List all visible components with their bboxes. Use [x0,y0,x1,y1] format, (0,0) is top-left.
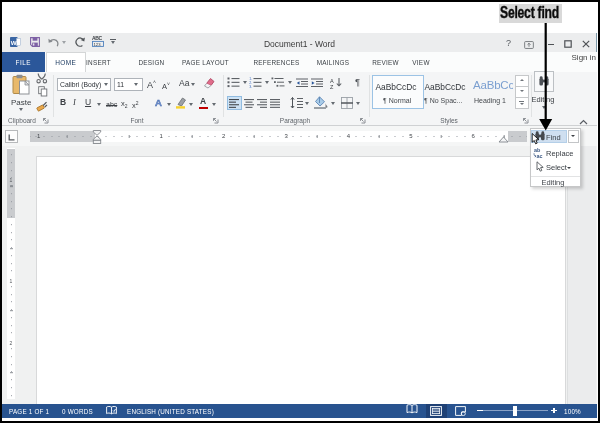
svg-text:ABC: ABC [92,35,103,41]
svg-text:W: W [11,38,17,45]
svg-text:Z: Z [330,83,334,89]
svg-text:3.: 3. [249,85,252,88]
svg-text:123: 123 [94,42,102,47]
svg-text:ac: ac [536,152,542,157]
